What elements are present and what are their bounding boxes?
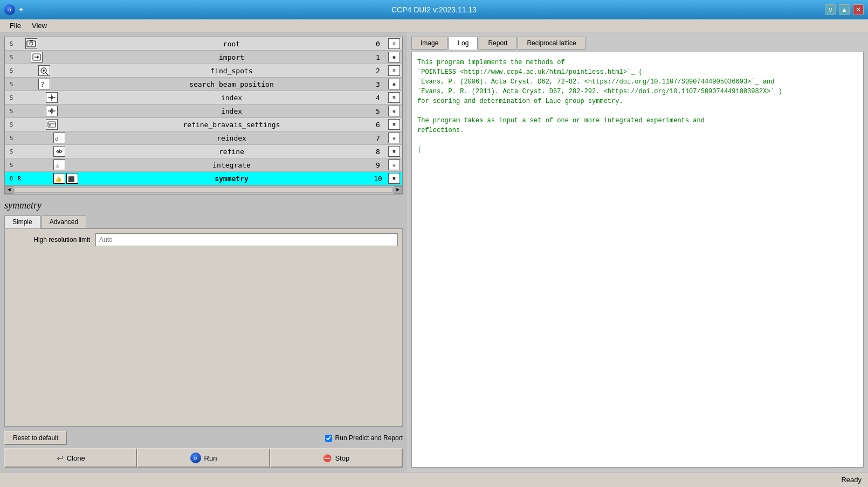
titlebar-logo: D ✦ <box>4 4 24 15</box>
row-5-num: 5 <box>370 107 386 115</box>
row-8-status: S <box>5 148 16 155</box>
row-8-action[interactable]: ≋ <box>386 146 402 157</box>
tab-simple[interactable]: Simple <box>4 215 40 228</box>
row-0-num: 0 <box>370 40 386 48</box>
row-0-action-icon[interactable]: ≋ <box>388 38 400 49</box>
pipeline-row-0[interactable]: S root 0 ≋ <box>5 37 402 51</box>
pipeline-scroll[interactable]: S root 0 ≋ S <box>5 37 402 185</box>
run-predict-checkbox[interactable] <box>325 435 332 442</box>
right-tab-log[interactable]: Log <box>449 37 478 50</box>
row-4-action-icon[interactable]: ≋ <box>388 92 400 103</box>
row-8-icon-area <box>23 146 93 157</box>
row-9-action[interactable]: ≋ <box>386 159 402 170</box>
menu-file[interactable]: File <box>4 20 26 31</box>
hscroll-left-btn[interactable]: ◄ <box>5 186 13 194</box>
pipeline-row-6[interactable]: S B refine_bravais_settings 6 ≋ <box>5 118 402 131</box>
pipeline-row-3[interactable]: S ? search_beam_position 3 ≋ <box>5 78 402 91</box>
row-4-action[interactable]: ≋ <box>386 92 402 103</box>
row-10-action-icon[interactable]: ≋ <box>388 173 400 184</box>
row-0-status: S <box>5 40 16 47</box>
row-6-name: refine_bravais_settings <box>93 121 370 129</box>
row-2-action-icon[interactable]: ≋ <box>388 65 400 76</box>
pipeline-row-9[interactable]: S ⚠ integrate 9 ≋ <box>5 158 402 172</box>
run-button[interactable]: D Run <box>137 448 270 468</box>
row-8-action-icon[interactable]: ≋ <box>388 146 400 157</box>
row-6-icon-area: B <box>23 119 93 130</box>
pipeline-row-1[interactable]: S import 1 ≋ <box>5 51 402 64</box>
row-4-name: index <box>93 94 370 102</box>
right-tab-reciprocal-lattice[interactable]: Reciprocal lattice <box>518 37 585 50</box>
close-button[interactable]: ✕ <box>853 4 864 15</box>
row-5-status: S <box>5 108 16 115</box>
row-0-icon-area <box>23 38 93 49</box>
hscroll-track[interactable] <box>15 187 392 193</box>
row-10-action[interactable]: ≋ <box>386 173 402 184</box>
param-label-0: High resolution limit <box>9 236 90 244</box>
row-1-status: S <box>5 54 16 61</box>
row-2-name: find_spots <box>93 67 370 75</box>
row-3-icon-area: ? <box>23 79 93 89</box>
run-label: Run <box>204 454 217 462</box>
row-3-name: search_beam_position <box>93 80 370 88</box>
row-2-icon-area <box>23 65 93 76</box>
svg-text:⬛: ⬛ <box>68 176 75 183</box>
svg-point-8 <box>43 69 45 72</box>
stop-icon: ⛔ <box>323 454 332 462</box>
row-5-action-icon[interactable]: ≋ <box>388 106 400 116</box>
row-4-icon <box>46 92 58 103</box>
row-4-status: S <box>5 94 16 101</box>
svg-marker-5 <box>37 55 39 59</box>
row-7-action[interactable]: ≋ <box>386 133 402 143</box>
pipeline-row-2[interactable]: S find_spots 2 ≋ <box>5 64 402 78</box>
row-1-num: 1 <box>370 53 386 61</box>
row-6-action-icon[interactable]: ≋ <box>388 119 400 130</box>
hscroll-right-btn[interactable]: ► <box>394 186 402 194</box>
run-predict-checkbox-row: Run Predict and Report <box>325 434 403 442</box>
clone-button[interactable]: ↩ Clone <box>4 448 137 468</box>
titlebar-controls: ∨ ▲ ✕ <box>825 4 864 15</box>
log-area[interactable]: This program implements the methods of `… <box>411 52 864 468</box>
tab-advanced[interactable]: Advanced <box>42 215 86 228</box>
minimize-button[interactable]: ∨ <box>825 4 836 15</box>
pipeline-row-5[interactable]: S index 5 ≋ <box>5 105 402 118</box>
stop-label: Stop <box>335 454 349 462</box>
row-1-name: import <box>93 53 370 61</box>
svg-rect-2 <box>30 40 33 41</box>
row-8-name: refine <box>93 148 370 156</box>
row-10-status: 0 <box>5 176 16 182</box>
row-3-num: 3 <box>370 80 386 88</box>
row-10-icon2: ⬛ <box>66 173 78 184</box>
row-1-action[interactable]: ≋ <box>386 52 402 62</box>
row-7-action-icon[interactable]: ≋ <box>388 133 400 143</box>
row-5-action[interactable]: ≋ <box>386 106 402 116</box>
pipeline-row-4[interactable]: S index 4 ≋ <box>5 91 402 105</box>
pipeline-hscroll[interactable]: ◄ ► <box>5 185 402 194</box>
row-0-name: root <box>93 40 370 48</box>
row-5-icon-area <box>23 106 93 116</box>
pipeline-row-10[interactable]: 0 R 👍 ⬛ symmetry 10 ≋ <box>5 172 402 185</box>
symmetry-title: symmetry <box>4 198 403 213</box>
svg-text:⚠: ⚠ <box>56 162 59 169</box>
pipeline-row-7[interactable]: S ↺ reindex 7 ≋ <box>5 131 402 145</box>
row-3-action[interactable]: ≋ <box>386 79 402 89</box>
maximize-button[interactable]: ▲ <box>839 4 850 15</box>
right-tab-report[interactable]: Report <box>479 37 516 50</box>
row-2-action[interactable]: ≋ <box>386 65 402 76</box>
svg-point-12 <box>51 96 53 99</box>
menu-view[interactable]: View <box>26 20 52 31</box>
clone-label: Clone <box>67 454 85 462</box>
row-7-name: reindex <box>93 134 370 142</box>
row-1-icon-area <box>23 52 93 62</box>
pipeline-row-8[interactable]: S refine 8 ≋ <box>5 145 402 158</box>
svg-point-20 <box>58 150 60 152</box>
stop-button[interactable]: ⛔ Stop <box>270 448 403 468</box>
row-6-action[interactable]: ≋ <box>386 119 402 130</box>
row-3-action-icon[interactable]: ≋ <box>388 79 400 89</box>
row-1-action-icon[interactable]: ≋ <box>388 52 400 62</box>
row-9-action-icon[interactable]: ≋ <box>388 159 400 170</box>
right-tab-image[interactable]: Image <box>411 37 447 50</box>
right-panel: Image Log Report Reciprocal lattice This… <box>407 32 868 472</box>
reset-to-default-button[interactable]: Reset to default <box>4 431 67 445</box>
high-resolution-input[interactable] <box>95 233 398 246</box>
row-0-action[interactable]: ≋ <box>386 38 402 49</box>
